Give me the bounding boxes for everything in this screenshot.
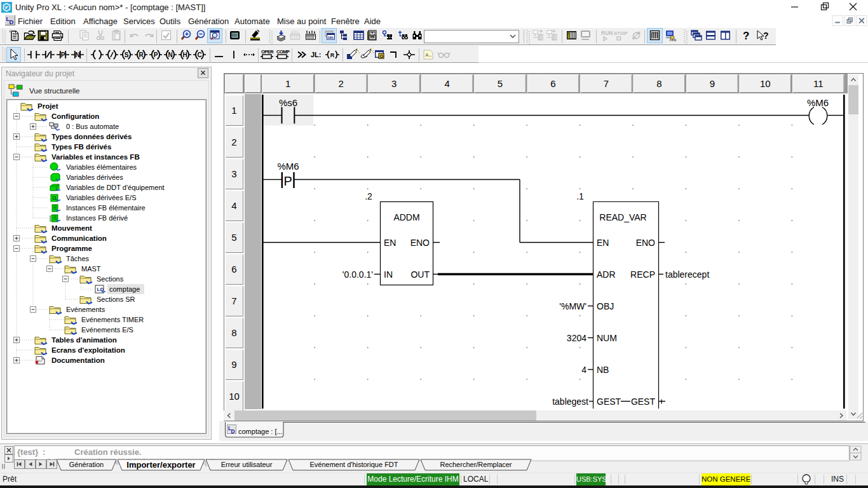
svg-text:Importer/exporter: Importer/exporter [126, 460, 195, 470]
svg-text:4: 4 [581, 365, 587, 375]
svg-text:1: 1 [285, 78, 290, 89]
svg-text:8: 8 [656, 78, 661, 89]
svg-text:D: D [231, 428, 235, 435]
svg-text:%M6: %M6 [277, 161, 299, 172]
svg-text:3: 3 [391, 78, 397, 89]
svg-text:10: 10 [229, 391, 240, 402]
svg-text:ADR: ADR [597, 269, 616, 280]
svg-text:%M6: %M6 [807, 97, 829, 108]
svg-text:ADDM: ADDM [393, 212, 419, 222]
svg-text:6: 6 [231, 264, 236, 274]
svg-text:tablegest: tablegest [552, 396, 588, 407]
svg-text:7: 7 [231, 295, 236, 306]
svg-text:5: 5 [498, 78, 503, 89]
svg-text:.2: .2 [365, 191, 372, 201]
svg-text:EN: EN [597, 238, 609, 248]
svg-text:10: 10 [760, 78, 771, 89]
svg-text:ENO: ENO [410, 238, 430, 248]
svg-text:NB: NB [597, 365, 609, 375]
svg-text:2: 2 [339, 78, 344, 89]
svg-text:6: 6 [550, 78, 555, 89]
svg-text:3: 3 [231, 168, 236, 179]
svg-text:4: 4 [231, 200, 236, 211]
svg-text:'%MW': '%MW' [559, 301, 587, 311]
svg-text:P: P [284, 174, 292, 188]
svg-text:%s6: %s6 [279, 97, 297, 108]
svg-text:3204: 3204 [567, 333, 587, 343]
svg-text:GEST: GEST [631, 396, 656, 407]
svg-text:7: 7 [604, 78, 609, 89]
svg-text:OUT: OUT [410, 269, 430, 280]
svg-text:RECP: RECP [630, 269, 655, 280]
svg-text:Génération: Génération [69, 461, 104, 468]
svg-text:READ_VAR: READ_VAR [599, 212, 646, 222]
svg-text:4: 4 [444, 78, 449, 89]
svg-text:GEST: GEST [597, 396, 621, 407]
svg-text:9: 9 [710, 78, 715, 89]
svg-text:8: 8 [231, 327, 236, 338]
svg-text:ENO: ENO [636, 238, 655, 248]
svg-text:.1: .1 [576, 191, 584, 201]
svg-text:Erreur utilisateur: Erreur utilisateur [221, 461, 273, 468]
svg-text:9: 9 [231, 359, 236, 370]
svg-text:'0.0.0.1': '0.0.0.1' [342, 269, 373, 280]
svg-text:tablerecept: tablerecept [665, 269, 709, 280]
svg-text:IN: IN [384, 269, 393, 280]
svg-text:EN: EN [384, 238, 396, 248]
svg-text:Evénement d'historique FDT: Evénement d'historique FDT [309, 461, 398, 468]
svg-text:2: 2 [231, 137, 236, 147]
svg-text:OBJ: OBJ [597, 301, 614, 311]
svg-text:11: 11 [813, 78, 824, 89]
svg-text:comptage : [...: comptage : [... [238, 428, 283, 435]
svg-text:NUM: NUM [597, 333, 617, 343]
svg-text:5: 5 [231, 232, 236, 243]
svg-text:1: 1 [231, 105, 236, 116]
svg-text:Rechercher/Remplacer: Rechercher/Remplacer [440, 461, 512, 468]
